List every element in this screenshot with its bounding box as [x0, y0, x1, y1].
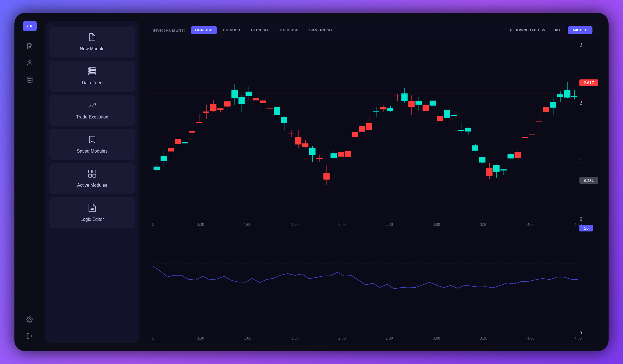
svg-point-2 [29, 60, 31, 63]
sidebar-item-exit[interactable] [23, 329, 37, 343]
active-modules-icon [88, 169, 97, 180]
instrument-tabs: GBP/USD EUR/USD BTC/USD GOLD/USD SILVER/… [191, 26, 504, 34]
svg-rect-14 [93, 170, 96, 173]
svg-rect-16 [93, 174, 96, 177]
tab-btc-usd[interactable]: BTC/USD [247, 26, 272, 34]
middle-button[interactable]: MIDDLE [568, 26, 592, 34]
left-menu-panel: New Module Data Feed [45, 21, 139, 343]
logic-editor-label: Logic Editor [81, 217, 104, 222]
instrument-bar: INSRTRUMENT: GBP/USD EUR/USD BTC/USD GOL… [145, 21, 600, 39]
active-modules-label: Active Modules [77, 183, 107, 188]
sidebar-item-user[interactable] [23, 56, 37, 70]
sidebar-item-document[interactable] [23, 39, 37, 53]
sidebar-item-layers[interactable] [23, 73, 37, 87]
svg-point-12 [90, 71, 91, 72]
new-module-label: New Module [80, 46, 105, 51]
download-csv-label: DOWNLOAD CSV [514, 28, 546, 32]
menu-item-new-module[interactable]: New Module [49, 27, 135, 57]
instrument-label: INSRTRUMENT: [153, 28, 185, 32]
sidebar-item-settings[interactable] [23, 312, 37, 326]
main-content: INSRTRUMENT: GBP/USD EUR/USD BTC/USD GOL… [145, 21, 600, 343]
tab-eur-usd[interactable]: EUR/USD [219, 26, 245, 34]
menu-item-data-feed[interactable]: Data Feed [49, 61, 135, 92]
data-feed-icon [88, 67, 97, 78]
data-feed-label: Data Feed [82, 80, 103, 85]
svg-rect-15 [89, 174, 92, 177]
menu-item-active-modules[interactable]: Active Modules [49, 163, 135, 194]
tab-silver-usd[interactable]: SILVER/USD [305, 26, 336, 34]
new-module-icon [88, 33, 97, 44]
svg-point-11 [90, 68, 91, 69]
svg-point-3 [27, 77, 32, 79]
main-chart-canvas [145, 39, 600, 343]
download-csv-button[interactable]: ⬇ DOWNLOAD CSV [509, 28, 546, 32]
tab-gbp-usd[interactable]: GBP/USD [191, 26, 217, 34]
header-right: ⬇ DOWNLOAD CSV BID MIDDLE [509, 26, 592, 34]
app-logo: FX [23, 21, 37, 31]
svg-rect-10 [89, 73, 96, 75]
menu-item-trade-execution[interactable]: Trade Execution [49, 95, 135, 126]
saved-modules-label: Saved Modules [77, 149, 107, 154]
saved-modules-icon [88, 135, 97, 146]
sidebar-icons: FX [14, 13, 45, 351]
svg-point-4 [29, 318, 31, 320]
svg-rect-13 [89, 170, 92, 173]
download-icon: ⬇ [509, 28, 513, 32]
logic-editor-icon [88, 203, 97, 214]
tab-gold-usd[interactable]: GOLD/USD [274, 26, 303, 34]
bid-button[interactable]: BID [549, 26, 564, 34]
menu-item-logic-editor[interactable]: Logic Editor [49, 197, 135, 228]
trade-execution-icon [88, 101, 97, 112]
trade-execution-label: Trade Execution [76, 115, 108, 120]
chart-area [145, 39, 600, 343]
menu-item-saved-modules[interactable]: Saved Modules [49, 129, 135, 160]
